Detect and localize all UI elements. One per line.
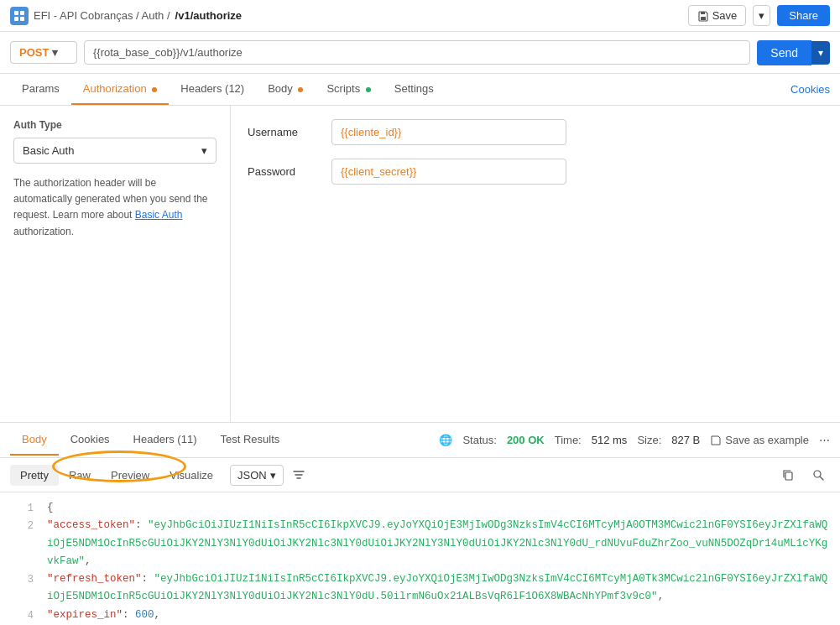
line-num-3: 3 [10,570,34,588]
method-value: POST [19,46,49,59]
tabs-left: Params Authorization Headers (12) Body S… [10,74,446,105]
more-options-icon[interactable]: ⋯ [819,434,830,446]
auth-type-value: Basic Auth [23,144,74,157]
code-content-3: "refresh_token": "eyJhbGciOiJIUzI1NiIsIn… [47,570,830,607]
save-icon [697,10,709,22]
username-row: Username [248,119,823,145]
breadcrumb-text: EFI - API Cobranças / Auth / [34,9,170,22]
line-num-2: 2 [10,517,34,534]
format-tab-pretty[interactable]: Pretty [10,465,59,486]
response-tab-cookies[interactable]: Cookies [59,424,122,456]
send-button-group: Send ▾ [757,40,830,65]
authorization-dot [152,87,157,92]
share-button[interactable]: Share [777,5,830,26]
format-tabs: Pretty Raw Preview Visualize [10,465,223,486]
method-dropdown-icon: ▾ [52,46,58,59]
format-icons [776,463,830,487]
json-format-select[interactable]: JSON ▾ [230,465,284,486]
copy-icon [781,468,795,482]
tab-headers[interactable]: Headers (12) [169,74,256,105]
auth-type-label: Auth Type [13,119,217,131]
code-view: 1 { 2 "access_token": "eyJhbGciOiJIUzI1N… [0,492,840,625]
tab-scripts[interactable]: Scripts [315,74,382,105]
filter-icon [292,468,305,482]
code-line-4: 4 "expires_in": 600, [0,607,840,624]
share-label: Share [789,9,818,22]
app-icon [10,7,29,25]
format-tab-visualize[interactable]: Visualize [159,465,223,486]
auth-left-panel: Auth Type Basic Auth ▾ The authorization… [0,106,231,422]
copy-button[interactable] [776,463,800,487]
code-content-2: "access_token": "eyJhbGciOiJIUzI1NiIsInR… [47,517,830,570]
response-tab-headers[interactable]: Headers (11) [122,424,209,456]
url-input[interactable] [84,40,750,65]
response-tab-test-results[interactable]: Test Results [208,424,291,456]
main-content: Auth Type Basic Auth ▾ The authorization… [0,106,840,422]
save-example-label: Save as example [725,434,809,446]
line-num-1: 1 [10,499,34,517]
breadcrumb-area: EFI - API Cobranças / Auth / /v1/authori… [10,7,242,25]
size-value: 827 B [671,434,700,446]
password-input[interactable] [331,159,566,185]
response-section: Body Cookies Headers (11) Test Results 🌐… [0,422,840,625]
send-button[interactable]: Send [757,40,811,65]
search-button[interactable] [806,463,830,487]
method-select[interactable]: POST ▾ [10,41,77,64]
globe-icon: 🌐 [439,434,452,446]
status-value: 200 OK [507,434,545,446]
code-content-1: { [47,499,830,517]
tab-settings[interactable]: Settings [383,74,446,105]
line-num-4: 4 [10,607,34,624]
svg-line-8 [821,477,824,481]
tab-authorization[interactable]: Authorization [71,74,170,105]
username-input[interactable] [331,119,566,145]
save-button[interactable]: Save [688,5,747,26]
svg-rect-6 [785,472,792,480]
svg-rect-0 [14,11,18,15]
send-label: Send [770,46,798,60]
json-format-value: JSON [237,469,267,482]
endpoint-text: /v1/authorize [175,9,242,22]
scripts-dot [366,87,371,92]
size-label: Size: [637,434,661,446]
body-dot [298,87,303,92]
save-example-button[interactable]: Save as example [710,434,809,446]
format-bar: Pretty Raw Preview Visualize JSON ▾ [0,458,840,492]
time-value: 512 ms [592,434,628,446]
svg-rect-3 [20,17,24,21]
json-format-chevron-icon: ▾ [270,469,276,482]
format-tabs-container: Pretty Raw Preview Visualize JSON ▾ [10,463,310,487]
code-line-1: 1 { [0,499,840,517]
save-example-icon [710,435,722,446]
code-line-3: 3 "refresh_token": "eyJhbGciOiJIUzI1NiIs… [0,570,840,607]
svg-rect-4 [701,17,706,20]
search-icon [811,468,825,482]
format-tab-preview[interactable]: Preview [101,465,159,486]
tab-params[interactable]: Params [10,74,71,105]
save-dropdown-button[interactable]: ▾ [753,5,770,26]
svg-rect-2 [14,17,18,21]
url-bar: POST ▾ Send ▾ [0,32,840,74]
tabs-bar: Params Authorization Headers (12) Body S… [0,74,840,106]
status-label: Status: [462,434,496,446]
filter-button[interactable] [287,463,310,487]
save-label: Save [712,9,738,22]
username-label: Username [248,126,315,138]
response-tabs-left: Body Cookies Headers (11) Test Results [10,424,291,456]
tab-body[interactable]: Body [256,74,315,105]
response-tabs-bar: Body Cookies Headers (11) Test Results 🌐… [0,423,840,458]
time-label: Time: [555,434,582,446]
cookies-link[interactable]: Cookies [790,83,830,96]
password-label: Password [248,165,315,178]
auth-type-select[interactable]: Basic Auth ▾ [13,138,217,164]
svg-rect-5 [701,12,705,14]
code-content-4: "expires_in": 600, [47,607,830,624]
code-line-2: 2 "access_token": "eyJhbGciOiJIUzI1NiIsI… [0,517,840,570]
response-info: 🌐 Status: 200 OK Time: 512 ms Size: 827 … [439,434,830,446]
send-dropdown-button[interactable]: ▾ [811,41,830,65]
response-tab-body[interactable]: Body [10,424,59,456]
title-actions: Save ▾ Share [688,5,830,26]
auth-desc-link[interactable]: Basic Auth [135,209,183,221]
format-tab-raw[interactable]: Raw [59,465,101,486]
auth-description: The authorization header will be automat… [13,175,217,240]
